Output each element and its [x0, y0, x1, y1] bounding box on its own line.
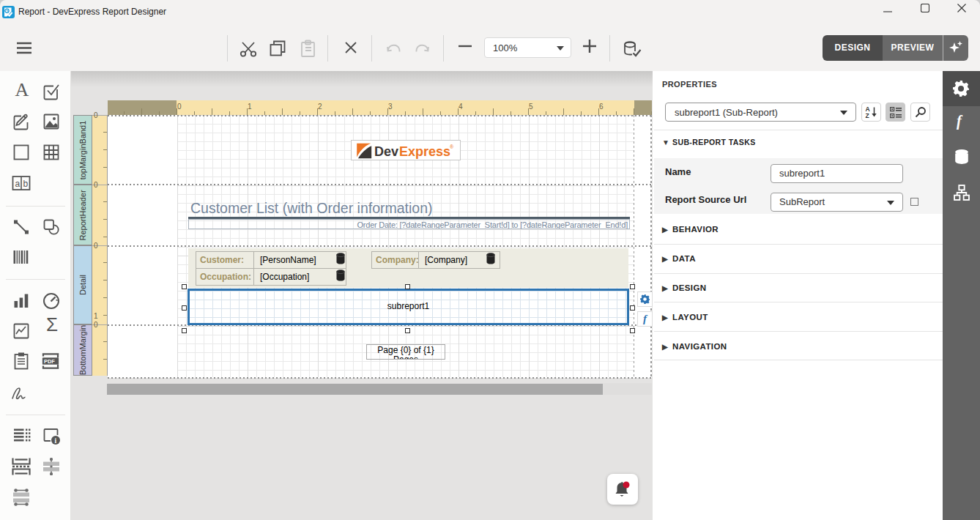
svg-text:a: a [15, 179, 21, 189]
svg-text:i: i [55, 437, 57, 445]
svg-text:Z: Z [866, 112, 869, 119]
svg-text:Express: Express [399, 144, 450, 159]
svg-text:®: ® [450, 144, 454, 149]
svg-text:Dev: Dev [374, 144, 398, 159]
svg-text:PDF: PDF [44, 358, 55, 365]
svg-text:b: b [23, 179, 29, 189]
